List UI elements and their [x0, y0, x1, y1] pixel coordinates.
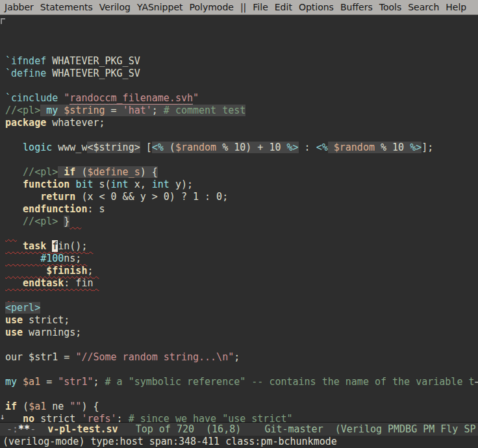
code-token: `ifndef	[5, 55, 46, 67]
code-line[interactable]: //<pl> my $string = 'hat'; # comment tes…	[5, 105, 478, 117]
code-token	[5, 413, 23, 422]
menu-item-verilog[interactable]: Verilog	[96, 1, 134, 13]
code-token: %>	[287, 142, 299, 153]
code-line[interactable]: if ($a1 ne "") {	[5, 401, 478, 413]
code-line[interactable]: #100ns;	[5, 253, 478, 265]
menu-item-search[interactable]: Search	[405, 1, 442, 13]
code-token: _filename.	[117, 92, 175, 105]
code-token	[93, 265, 99, 277]
code-token: www_w	[52, 142, 87, 153]
code-line[interactable]: function bit s(int x, int y);	[5, 179, 478, 191]
code-token: warnings;	[23, 327, 81, 338]
code-token: (	[164, 142, 175, 153]
code-token: <%	[316, 142, 328, 153]
code-line[interactable]: //<pl> }	[5, 216, 478, 228]
code-line[interactable]: our $str1 = "//Some random string...\n";	[5, 351, 478, 364]
code-line[interactable]: `cinclude "randoccm_filename.svh"	[5, 92, 478, 105]
code-token: if	[5, 401, 17, 412]
code-token: ;	[234, 351, 240, 363]
code-token: return	[40, 191, 75, 203]
menu-item-statements[interactable]: Statements	[37, 1, 96, 13]
code-token: # comment test	[164, 105, 245, 116]
code-line[interactable]	[5, 290, 478, 302]
menu-item-yasnippet[interactable]: YASnippet	[134, 1, 186, 13]
text-cursor: f	[52, 240, 58, 252]
code-token: $random	[334, 142, 375, 153]
code-token: use	[5, 314, 23, 326]
code-token: $string	[64, 105, 105, 116]
code-line[interactable]: package whatever;	[5, 117, 478, 129]
code-token: function	[23, 179, 69, 190]
code-token: (x < 0 && y > 0) ? 1 : 0;	[75, 191, 228, 203]
code-token: : fin	[64, 277, 93, 289]
code-token: my	[5, 376, 17, 388]
code-line[interactable]	[5, 129, 478, 142]
code-line[interactable]	[5, 364, 478, 376]
modeline-segment: **	[18, 423, 30, 435]
menu-item-help[interactable]: Help	[442, 1, 470, 13]
code-line[interactable]: endtask: fin	[5, 277, 478, 290]
menu-item-file[interactable]: File	[249, 1, 271, 13]
code-token: <$string>	[87, 142, 140, 153]
code-token: (	[75, 166, 87, 178]
code-token: # a "symbolic reference" -- contains the…	[105, 376, 475, 388]
code-line[interactable]: `define WHATEVER_PKG_SV	[5, 68, 478, 80]
code-token: randoccm	[69, 92, 116, 105]
menu-item-buffers[interactable]: Buffers	[337, 1, 376, 13]
code-token: [	[140, 142, 152, 153]
menu-bar: JabberStatementsVerilogYASnippetPolymode…	[0, 0, 478, 15]
code-token	[87, 240, 93, 252]
code-token: :	[299, 142, 316, 153]
echo-area[interactable]: (verilog-mode) type:host span:348-411 cl…	[0, 436, 478, 448]
code-token: int	[111, 179, 129, 190]
code-line[interactable]: no strict 'refs'; # since we have "use s…	[5, 413, 478, 422]
menu-item-jabber[interactable]: Jabber	[1, 1, 37, 13]
code-token: logic	[23, 142, 52, 153]
code-line[interactable]: use strict;	[5, 314, 478, 327]
code-line[interactable]: endfunction: s	[5, 203, 478, 216]
mode-line: -:**- v-pl-test.sv Top of 720 (16,8) Git…	[0, 422, 478, 436]
code-token: our $str1 =	[5, 351, 75, 363]
code-line[interactable]: return (x < 0 && y > 0) ? 1 : 0;	[5, 191, 478, 203]
menu-item-separator[interactable]: ||	[237, 1, 249, 13]
editor-buffer[interactable]: ↓ `ifndef WHATEVER_PKG_SV`define WHATEVE…	[0, 15, 478, 422]
modeline-segment: Top of 720 (16,8)	[118, 423, 265, 435]
code-token: =	[105, 105, 123, 116]
menu-item-tools[interactable]: Tools	[376, 1, 405, 13]
code-line[interactable]: //<pl> if ($define_s) {	[5, 166, 478, 179]
code-token: # since we have "use strict"	[129, 413, 293, 422]
code-line[interactable]: task fin();	[5, 240, 478, 253]
code-token: }	[64, 216, 69, 227]
code-line[interactable]	[5, 228, 478, 240]
modeline-segment: v-pl-test.sv	[47, 423, 118, 435]
menu-item-edit[interactable]: Edit	[271, 1, 296, 13]
code-line[interactable]	[5, 154, 478, 166]
code-token	[81, 253, 87, 264]
code-token: "	[193, 92, 199, 104]
menu-item-options[interactable]: Options	[296, 1, 337, 13]
code-token: //<pl>	[5, 105, 40, 116]
code-token	[5, 142, 23, 153]
code-line[interactable]	[5, 388, 478, 401]
code-token: ) {	[140, 166, 158, 178]
code-line[interactable]: use warnings;	[5, 327, 478, 339]
code-token: x,	[129, 179, 152, 190]
code-line[interactable]	[5, 80, 478, 92]
code-line[interactable]	[5, 339, 478, 351]
code-token: ns;	[64, 253, 81, 264]
code-token: #100	[40, 253, 64, 264]
code-token: %>	[410, 142, 421, 153]
menu-item-polymode[interactable]: Polymode	[186, 1, 237, 13]
code-token	[5, 203, 23, 215]
code-token	[5, 240, 23, 252]
code-line[interactable]: $finish;	[5, 265, 478, 277]
code-token: package	[5, 117, 46, 129]
code-line[interactable]: <perl>	[5, 302, 478, 314]
code-line[interactable]: my $a1 = "str1"; # a "symbolic reference…	[5, 376, 478, 388]
code-line[interactable]: `ifndef WHATEVER_PKG_SV	[5, 55, 478, 68]
code-line[interactable]: logic www_w<$string> [<% ($random % 10) …	[5, 142, 478, 154]
code-token: //<pl>	[23, 216, 58, 227]
code-token	[5, 265, 46, 277]
code-token: ) {	[81, 401, 99, 412]
code-token: ;	[93, 376, 105, 388]
